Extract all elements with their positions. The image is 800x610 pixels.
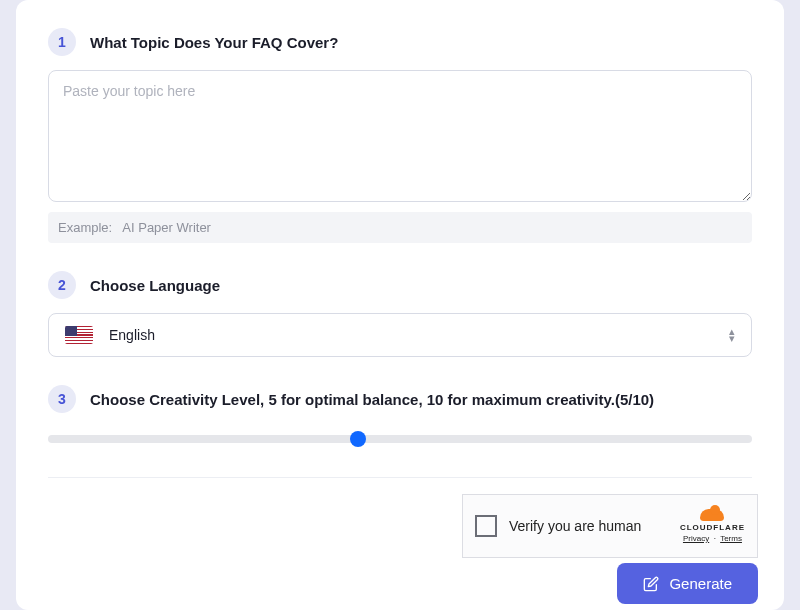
captcha-links: Privacy · Terms — [683, 534, 742, 543]
generate-button[interactable]: Generate — [617, 563, 758, 604]
creativity-slider[interactable] — [48, 427, 752, 451]
topic-input[interactable] — [48, 70, 752, 202]
step1-title: What Topic Does Your FAQ Cover? — [90, 34, 338, 51]
slider-thumb[interactable] — [350, 431, 366, 447]
captcha-text: Verify you are human — [509, 518, 668, 534]
captcha-terms-link[interactable]: Terms — [720, 534, 742, 543]
cloudflare-name: CLOUDFLARE — [680, 523, 745, 532]
language-select[interactable]: English ▴▾ — [48, 313, 752, 357]
chevron-up-down-icon: ▴▾ — [729, 328, 735, 342]
language-name: English — [109, 327, 155, 343]
step3-header: 3 Choose Creativity Level, 5 for optimal… — [48, 385, 752, 413]
captcha-widget: Verify you are human CLOUDFLARE Privacy … — [462, 494, 758, 558]
example-label: Example: — [58, 220, 112, 235]
cloudflare-logo-icon — [700, 509, 724, 521]
step2-header: 2 Choose Language — [48, 271, 752, 299]
generate-label: Generate — [669, 575, 732, 592]
edit-icon — [643, 576, 659, 592]
divider — [48, 477, 752, 478]
slider-track — [48, 435, 752, 443]
step3-title: Choose Creativity Level, 5 for optimal b… — [90, 391, 654, 408]
flag-us-icon — [65, 326, 93, 344]
example-hint: Example: AI Paper Writer — [48, 212, 752, 243]
step1-header: 1 What Topic Does Your FAQ Cover? — [48, 28, 752, 56]
form-card: 1 What Topic Does Your FAQ Cover? Exampl… — [16, 0, 784, 610]
captcha-checkbox[interactable] — [475, 515, 497, 537]
step2-num-badge: 2 — [48, 271, 76, 299]
step3-num-badge: 3 — [48, 385, 76, 413]
step1-num-badge: 1 — [48, 28, 76, 56]
step2-title: Choose Language — [90, 277, 220, 294]
captcha-brand: CLOUDFLARE Privacy · Terms — [680, 509, 745, 543]
example-value: AI Paper Writer — [122, 220, 211, 235]
captcha-privacy-link[interactable]: Privacy — [683, 534, 709, 543]
language-selected: English — [65, 326, 155, 344]
